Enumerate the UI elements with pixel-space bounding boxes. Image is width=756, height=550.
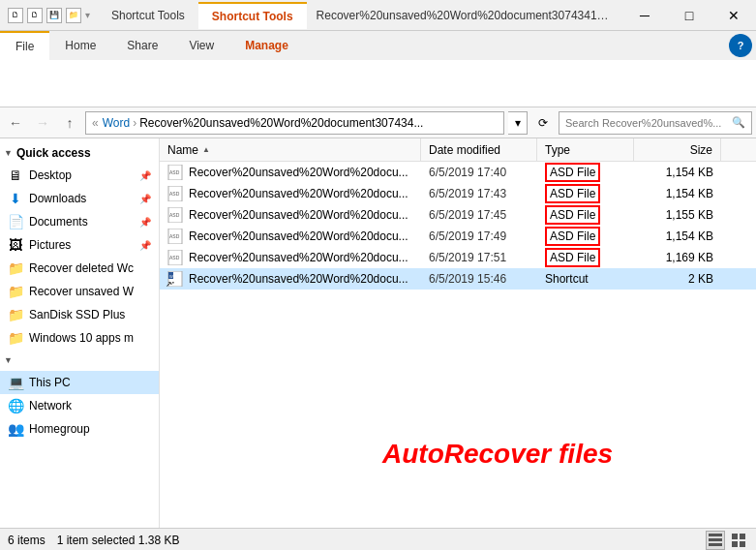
file-date: 6/5/2019 17:51 — [421, 247, 537, 268]
sidebar-item-label: Recover deleted Wc — [29, 261, 134, 275]
pin-icon: 📌 — [139, 240, 151, 251]
svg-text:ASD: ASD — [169, 233, 180, 239]
file-area: Name ▲ Date modified Type Size ASD R — [160, 138, 756, 528]
shortcut-tools-active-tab[interactable]: Shortcut Tools — [198, 2, 307, 29]
sidebar-item-documents[interactable]: 📄 Documents 📌 — [0, 210, 159, 233]
col-header-name[interactable]: Name ▲ — [160, 138, 421, 162]
sidebar-heading-this-pc[interactable]: ▼ — [0, 350, 159, 371]
col-date-label: Date modified — [429, 143, 500, 157]
file-size: 1,155 KB — [634, 204, 721, 226]
up-button[interactable]: ↑ — [58, 111, 81, 135]
window-controls: ─ □ ✕ — [622, 0, 756, 31]
breadcrumb-bar[interactable]: « Word › Recover%20unsaved%20Word%20docu… — [85, 111, 504, 135]
table-row[interactable]: ASD Recover%20unsaved%20Word%20docu... 6… — [160, 162, 756, 183]
large-icons-view-button[interactable] — [729, 531, 748, 550]
file-type: Shortcut — [537, 268, 634, 290]
file-icon: ASD — [167, 186, 183, 201]
table-row[interactable]: ASD Recover%20unsaved%20Word%20docu... 6… — [160, 204, 756, 226]
table-row[interactable]: ASD Recover%20unsaved%20Word%20docu... 6… — [160, 183, 756, 204]
sidebar-item-windows-apps[interactable]: 📁 Windows 10 apps m — [0, 326, 159, 350]
tb-icon-1: 🗋 — [8, 8, 23, 23]
this-pc-icon: 💻 — [8, 375, 23, 390]
tab-file[interactable]: File — [0, 31, 49, 60]
shortcut-tools-inactive-tab[interactable]: Shortcut Tools — [98, 3, 198, 28]
file-name: ASD Recover%20unsaved%20Word%20docu... — [160, 247, 421, 268]
sidebar: ▼ Quick access 🖥 Desktop 📌 ⬇ Downloads 📌… — [0, 138, 160, 528]
tb-icon-2: 🗋 — [27, 8, 43, 23]
file-type: ASD File — [537, 183, 634, 204]
tab-view[interactable]: View — [173, 31, 229, 60]
sidebar-heading-label: Quick access — [16, 146, 91, 160]
breadcrumb-dropdown[interactable]: ▾ — [508, 111, 528, 135]
svg-text:ASD: ASD — [169, 191, 180, 197]
file-date: 6/5/2019 17:49 — [421, 226, 537, 247]
title-bar-icons: 🗋 🗋 💾 📁 ▾ — [0, 8, 98, 23]
sidebar-item-recover-unsaved[interactable]: 📁 Recover unsaved W — [0, 280, 159, 303]
items-count: 6 items — [8, 534, 45, 547]
shortcut-icon: W↗ — [167, 271, 183, 287]
desktop-icon: 🖥 — [8, 168, 23, 183]
col-header-size[interactable]: Size — [634, 138, 721, 162]
sidebar-item-this-pc[interactable]: 💻 This PC — [0, 371, 159, 394]
breadcrumb-word[interactable]: Word — [103, 116, 130, 130]
tab-home[interactable]: Home — [49, 31, 111, 60]
asd-highlight: ASD File — [545, 205, 600, 225]
svg-text:W: W — [169, 274, 173, 279]
maximize-button[interactable]: □ — [667, 0, 711, 31]
search-bar[interactable]: 🔍 — [559, 111, 752, 135]
ribbon: File Home Share View Manage ? — [0, 31, 756, 107]
svg-text:ASD: ASD — [169, 212, 180, 218]
svg-rect-16 — [709, 543, 722, 546]
sidebar-item-sandisk[interactable]: 📁 SanDisk SSD Plus — [0, 303, 159, 326]
file-icon: ASD — [167, 165, 183, 180]
sidebar-item-recover-deleted[interactable]: 📁 Recover deleted Wc — [0, 257, 159, 280]
svg-rect-19 — [732, 541, 738, 547]
minimize-button[interactable]: ─ — [622, 0, 667, 31]
network-icon: 🌐 — [8, 398, 23, 413]
asd-highlight: ASD File — [545, 248, 600, 267]
search-input[interactable] — [565, 117, 732, 129]
file-type: ASD File — [537, 204, 634, 226]
file-size: 1,154 KB — [634, 226, 721, 247]
svg-text:↗: ↗ — [170, 280, 174, 286]
folder-icon: 📁 — [8, 260, 23, 276]
col-type-label: Type — [545, 143, 570, 157]
sidebar-heading-quick-access[interactable]: ▼ Quick access — [0, 142, 159, 164]
close-button[interactable]: ✕ — [711, 0, 756, 31]
col-header-date[interactable]: Date modified — [421, 138, 537, 162]
svg-rect-20 — [740, 541, 745, 547]
homegroup-icon: 👥 — [8, 421, 23, 437]
sidebar-item-label: Homegroup — [29, 422, 90, 436]
pictures-icon: 🖼 — [8, 237, 23, 253]
sidebar-item-label: Network — [29, 399, 72, 412]
pin-icon: 📌 — [139, 194, 151, 204]
help-button[interactable]: ? — [729, 34, 752, 57]
tb-icon-3: 💾 — [46, 8, 62, 23]
file-name: ASD Recover%20unsaved%20Word%20docu... — [160, 162, 421, 183]
back-button[interactable]: ← — [4, 111, 27, 135]
table-row[interactable]: ASD Recover%20unsaved%20Word%20docu... 6… — [160, 226, 756, 247]
sidebar-item-downloads[interactable]: ⬇ Downloads 📌 — [0, 187, 159, 210]
address-bar: ← → ↑ « Word › Recover%20unsaved%20Word%… — [0, 107, 756, 138]
sidebar-item-homegroup[interactable]: 👥 Homegroup — [0, 417, 159, 441]
documents-icon: 📄 — [8, 214, 23, 229]
breadcrumb-back: « — [92, 116, 99, 130]
details-view-button[interactable] — [706, 531, 725, 550]
file-list: ASD Recover%20unsaved%20Word%20docu... 6… — [160, 162, 756, 528]
tab-manage[interactable]: Manage — [229, 31, 304, 60]
table-row[interactable]: W↗ Recover%20unsaved%20Word%20docu... 6/… — [160, 268, 756, 290]
status-bar: 6 items 1 item selected 1.38 KB — [0, 528, 756, 550]
file-date: 6/5/2019 17:45 — [421, 204, 537, 226]
refresh-button[interactable]: ⟳ — [531, 111, 555, 135]
sidebar-item-label: This PC — [29, 376, 71, 389]
sidebar-item-label: Downloads — [29, 192, 86, 205]
sidebar-item-pictures[interactable]: 🖼 Pictures 📌 — [0, 233, 159, 257]
table-row[interactable]: ASD Recover%20unsaved%20Word%20docu... 6… — [160, 247, 756, 268]
asd-highlight: ASD File — [545, 184, 600, 203]
chevron-icon: ▼ — [4, 148, 13, 158]
sidebar-item-desktop[interactable]: 🖥 Desktop 📌 — [0, 164, 159, 187]
col-header-type[interactable]: Type — [537, 138, 634, 162]
sidebar-item-network[interactable]: 🌐 Network — [0, 394, 159, 417]
sort-icon: ▲ — [202, 145, 210, 154]
tab-share[interactable]: Share — [111, 31, 173, 60]
